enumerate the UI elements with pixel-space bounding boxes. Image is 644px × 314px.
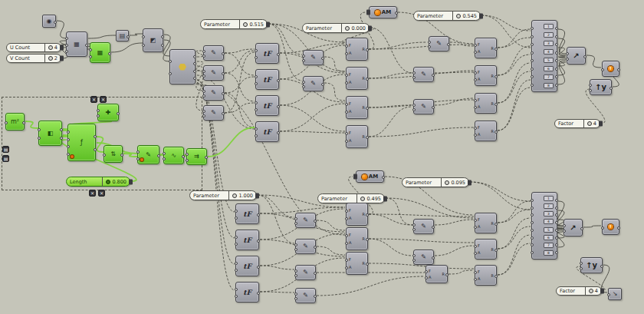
- port[interactable]: [531, 51, 534, 55]
- port[interactable]: [294, 269, 297, 273]
- port[interactable]: [38, 128, 41, 131]
- parameter-slider[interactable]: Parameter0.515: [200, 19, 268, 29]
- tf-component[interactable]: tF: [235, 256, 259, 276]
- evaluate-f-component[interactable]: FAR: [346, 252, 368, 275]
- port[interactable]: [555, 236, 558, 240]
- port[interactable]: [202, 55, 205, 58]
- port[interactable]: [60, 128, 63, 131]
- slider-knob[interactable]: [106, 180, 110, 184]
- flatten-component[interactable]: ◩: [143, 28, 163, 52]
- port[interactable]: [255, 127, 258, 131]
- port[interactable]: [566, 52, 569, 55]
- port[interactable]: [193, 70, 196, 73]
- tag[interactable]: ✕: [98, 190, 105, 197]
- port[interactable]: [445, 273, 449, 276]
- evaluate-f-component[interactable]: FAR: [475, 65, 497, 86]
- port[interactable]: [563, 224, 566, 227]
- warning-component[interactable]: !: [602, 219, 619, 235]
- port[interactable]: [366, 136, 369, 139]
- parameter-slider[interactable]: Parameter0.095: [402, 177, 469, 187]
- port[interactable]: [193, 77, 196, 80]
- grasshopper-canvas[interactable]: ◉U Count4V Count2▦▦▤◩Parameter0.515Param…: [0, 0, 644, 314]
- port[interactable]: [531, 68, 534, 71]
- port[interactable]: [555, 35, 558, 38]
- port[interactable]: [580, 227, 583, 230]
- port[interactable]: [235, 262, 238, 265]
- port[interactable]: [5, 121, 8, 124]
- move-component[interactable]: ✚: [97, 104, 119, 121]
- port[interactable]: [474, 127, 477, 130]
- port[interactable]: [67, 145, 70, 148]
- port[interactable]: [257, 240, 260, 243]
- slider-knob[interactable]: [587, 121, 592, 126]
- port[interactable]: [425, 276, 428, 279]
- port[interactable]: [412, 223, 416, 226]
- port[interactable]: [555, 51, 558, 55]
- u-count-slider[interactable]: U Count4: [6, 43, 61, 52]
- tag[interactable]: ▤: [2, 146, 9, 153]
- port[interactable]: [495, 275, 498, 278]
- port[interactable]: [617, 226, 620, 230]
- port[interactable]: [432, 106, 435, 109]
- flip-component[interactable]: ↑y: [580, 257, 603, 273]
- factor-slider[interactable]: Factor4: [554, 119, 600, 128]
- port[interactable]: [314, 295, 317, 298]
- expression-component[interactable]: ✎: [413, 250, 434, 265]
- port[interactable]: [255, 134, 258, 137]
- port[interactable]: [345, 103, 348, 106]
- slider-knob[interactable]: [360, 197, 365, 201]
- tree-branch-component[interactable]: [169, 49, 196, 84]
- port[interactable]: [65, 44, 68, 47]
- port[interactable]: [163, 157, 166, 160]
- port[interactable]: [314, 272, 317, 275]
- port[interactable]: [89, 48, 92, 51]
- port[interactable]: [222, 92, 225, 95]
- port[interactable]: [257, 292, 260, 295]
- port[interactable]: [589, 84, 592, 87]
- port[interactable]: [555, 84, 558, 87]
- port[interactable]: [294, 222, 297, 225]
- port[interactable]: [617, 68, 620, 71]
- port[interactable]: [257, 266, 260, 269]
- port[interactable]: [474, 78, 477, 81]
- surface-param[interactable]: ◉: [42, 15, 56, 28]
- port[interactable]: [161, 44, 164, 47]
- evaluate-surface-component[interactable]: ◧: [38, 121, 62, 146]
- am-component[interactable]: AM: [369, 6, 397, 18]
- port[interactable]: [235, 288, 238, 291]
- port[interactable]: [202, 50, 205, 53]
- port[interactable]: [205, 156, 208, 159]
- port[interactable]: [474, 219, 477, 222]
- port[interactable]: [202, 114, 205, 117]
- evaluate-f-component[interactable]: FAR: [346, 203, 368, 226]
- port[interactable]: [495, 103, 498, 106]
- arrow-mini-component[interactable]: ↘: [608, 288, 622, 300]
- port[interactable]: [202, 94, 205, 98]
- port[interactable]: [222, 72, 225, 75]
- port[interactable]: [186, 153, 189, 156]
- port[interactable]: [345, 259, 348, 262]
- port[interactable]: [38, 137, 41, 140]
- port[interactable]: [277, 131, 280, 134]
- evaluate-f-component[interactable]: FAR: [346, 96, 368, 119]
- expression-component[interactable]: ✎: [295, 239, 316, 254]
- port[interactable]: [428, 41, 431, 44]
- expression-component[interactable]: ✎: [429, 36, 449, 51]
- port[interactable]: [412, 76, 416, 79]
- port[interactable]: [345, 266, 348, 269]
- expression-component[interactable]: ✎: [295, 265, 316, 280]
- port[interactable]: [474, 51, 477, 54]
- port[interactable]: [600, 265, 603, 268]
- port[interactable]: [345, 234, 348, 237]
- port[interactable]: [531, 236, 534, 240]
- port[interactable]: [366, 78, 369, 81]
- tf-component[interactable]: tF: [255, 43, 279, 64]
- evaluate-f-component[interactable]: FAR: [475, 239, 497, 259]
- port[interactable]: [601, 68, 604, 71]
- am-component[interactable]: AM: [356, 170, 384, 183]
- expression-component[interactable]: ✎: [203, 65, 224, 81]
- port[interactable]: [447, 43, 450, 46]
- port[interactable]: [169, 72, 172, 75]
- slider-knob[interactable]: [243, 22, 248, 27]
- port[interactable]: [67, 131, 70, 134]
